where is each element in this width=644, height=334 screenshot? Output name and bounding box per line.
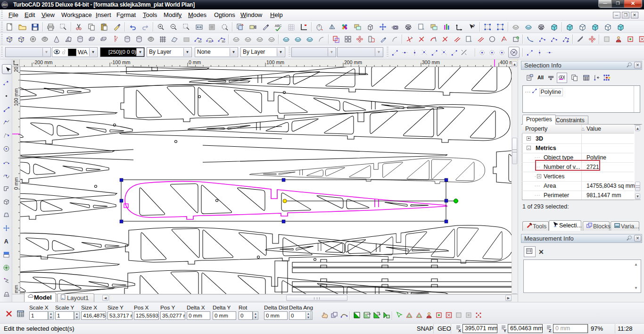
svg-text:100 mm: 100 mm xyxy=(266,59,284,65)
svg-text:CP: CP xyxy=(377,313,380,316)
svg-text:A: A xyxy=(4,238,8,245)
svg-text:3D: 3D xyxy=(222,40,225,43)
svg-text:All: All xyxy=(537,75,544,80)
svg-text:ABC: ABC xyxy=(275,24,281,27)
svg-text:0 mm: 0 mm xyxy=(189,59,201,65)
svg-text:0 mm: 0 mm xyxy=(13,177,19,190)
svg-text:00 mm: 00 mm xyxy=(13,285,19,294)
svg-text:3D: 3D xyxy=(208,40,212,43)
svg-text:Y: Y xyxy=(504,328,506,333)
svg-text:100 mm: 100 mm xyxy=(13,88,19,106)
svg-text:20: 20 xyxy=(13,67,19,72)
svg-text:-200 mm: -200 mm xyxy=(33,59,53,65)
svg-text:200 mm: 200 mm xyxy=(344,59,362,65)
svg-text:WP: WP xyxy=(366,313,371,316)
svg-text:X: X xyxy=(458,328,461,333)
svg-text:Z: Z xyxy=(549,328,552,333)
svg-text:-100 mm: -100 mm xyxy=(111,59,131,65)
svg-text:3D: 3D xyxy=(198,40,202,43)
svg-text:400 mm: 400 mm xyxy=(500,59,512,65)
svg-text:300 mm: 300 mm xyxy=(422,59,440,65)
svg-text:?: ? xyxy=(472,24,475,28)
